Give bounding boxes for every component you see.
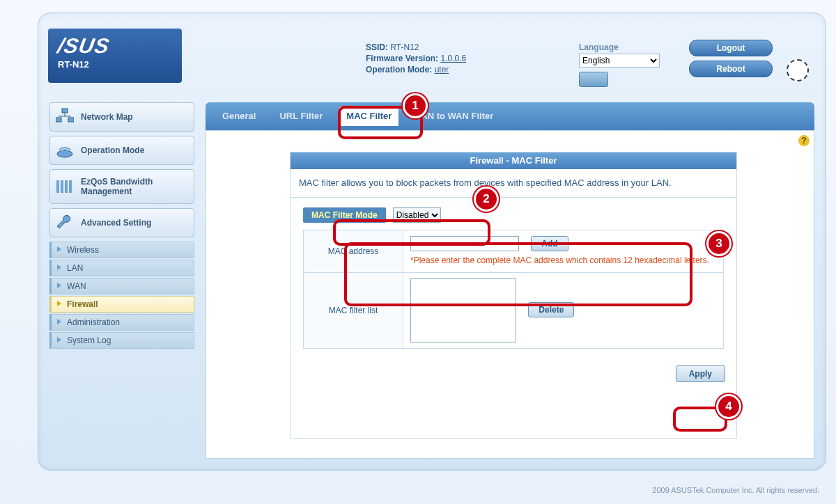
device-info: SSID: RT-N12 Firmware Version: 1.0.0.6 O…: [366, 42, 547, 76]
probe-button[interactable]: [579, 72, 608, 87]
mac-filter-listbox[interactable]: [410, 278, 516, 342]
callout-number-4: 4: [716, 394, 741, 419]
svg-rect-9: [69, 180, 72, 193]
arrow-icon: [57, 283, 61, 288]
sidebar-sub-firewall[interactable]: Firewall: [49, 296, 194, 313]
reboot-button[interactable]: Reboot: [689, 61, 773, 77]
sidebar-sub-label: Firewall: [67, 299, 98, 309]
logout-button[interactable]: Logout: [689, 40, 773, 56]
tab-general[interactable]: General: [215, 107, 263, 126]
sidebar-sub-systemlog[interactable]: System Log: [49, 332, 194, 349]
opmode-link[interactable]: uter: [435, 65, 449, 74]
sidebar-sub-label: Administration: [67, 317, 120, 327]
sidebar-sub-label: LAN: [67, 263, 83, 273]
tab-mac-filter[interactable]: MAC Filter: [339, 107, 398, 126]
ssid-label: SSID:: [366, 42, 388, 52]
language-label: Language: [579, 42, 669, 52]
brand-logo: /SUS RT-N12: [48, 29, 182, 83]
sidebar-sub-administration[interactable]: Administration: [49, 314, 194, 331]
sidebar-sub-label: Wireless: [67, 245, 99, 255]
sidebar-item-label: Advanced Setting: [81, 218, 151, 228]
footer-copyright: 2009 ASUSTek Computer Inc. All rights re…: [652, 486, 819, 494]
wrench-icon: [56, 214, 74, 232]
model-name: RT-N12: [58, 59, 172, 70]
svg-point-5: [57, 150, 72, 157]
mac-warning: *Please enter the complete MAC address w…: [410, 254, 716, 267]
svg-rect-0: [62, 109, 68, 113]
mode-label: MAC Filter Mode: [303, 207, 386, 223]
panel-title: Firewall - MAC Filter: [291, 152, 736, 169]
apply-button[interactable]: Apply: [676, 365, 725, 382]
delete-button[interactable]: Delete: [528, 302, 574, 317]
mac-filter-mode-select[interactable]: Disabled: [393, 207, 441, 223]
arrow-icon: [57, 337, 61, 342]
sidebar-item-network-map[interactable]: Network Map: [49, 102, 194, 132]
mac-address-input[interactable]: [410, 236, 519, 251]
sidebar-sub-wireless[interactable]: Wireless: [49, 242, 194, 258]
sidebar-sub-label: WAN: [67, 281, 86, 291]
firmware-link[interactable]: 1.0.0.6: [440, 54, 466, 63]
callout-number-2: 2: [474, 187, 499, 212]
arrow-icon: [57, 246, 61, 252]
svg-rect-7: [61, 180, 63, 193]
sidebar-item-label: EzQoS Bandwidth Management: [81, 177, 188, 197]
router-icon: [56, 141, 74, 159]
brand-name: /SUS: [56, 34, 174, 58]
sidebar-sub-label: System Log: [67, 336, 111, 345]
sidebar-item-operation-mode[interactable]: Operation Mode: [49, 136, 194, 165]
ssid-value: RT-N12: [390, 42, 419, 52]
network-map-icon: [56, 108, 74, 126]
mac-list-label: MAC filter list: [304, 273, 403, 349]
opmode-label: Operation Mode:: [366, 65, 432, 74]
sidebar: Network Map Operation Mode EzQoS Bandwid…: [49, 102, 194, 350]
bandwidth-icon: [56, 178, 74, 196]
add-button[interactable]: Add: [531, 236, 568, 251]
svg-rect-4: [68, 118, 74, 122]
sidebar-item-label: Network Map: [81, 112, 133, 122]
callout-number-1: 1: [403, 93, 428, 118]
sidebar-sub-wan[interactable]: WAN: [49, 278, 194, 294]
tab-url-filter[interactable]: URL Filter: [272, 107, 330, 126]
firmware-label: Firmware Version:: [366, 54, 438, 63]
callout-number-3: 3: [706, 231, 732, 256]
svg-rect-6: [56, 180, 59, 193]
sidebar-item-ezqos[interactable]: EzQoS Bandwidth Management: [49, 169, 194, 204]
sidebar-item-advanced[interactable]: Advanced Setting: [49, 208, 194, 237]
language-select[interactable]: English: [579, 54, 660, 68]
arrow-icon: [57, 319, 61, 324]
tab-strip: General URL Filter MAC Filter LAN to WAN…: [206, 102, 814, 130]
svg-rect-8: [65, 180, 68, 193]
svg-rect-3: [56, 118, 61, 122]
sidebar-item-label: Operation Mode: [81, 145, 144, 155]
panel-description: MAC filter allows you to block packets f…: [291, 169, 736, 198]
help-icon[interactable]: ?: [798, 135, 810, 146]
mascot-icon: [787, 59, 809, 81]
arrow-icon: [57, 301, 61, 306]
mac-address-label: MAC address: [304, 230, 403, 273]
arrow-icon: [57, 265, 61, 270]
sidebar-sub-lan[interactable]: LAN: [49, 260, 194, 276]
